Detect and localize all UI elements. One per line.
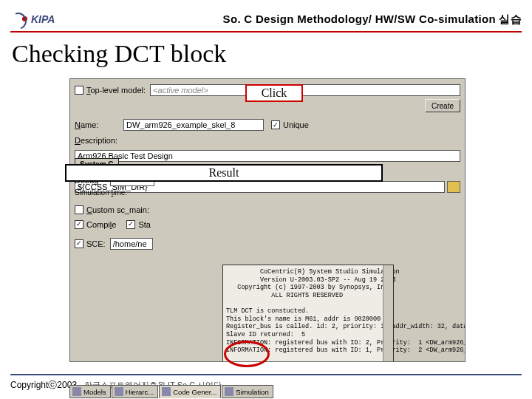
header-title: So. C Design Methodology/ HW/SW Co-simul… [55,13,522,27]
models-icon [72,387,81,396]
desc-label: Description: [75,136,119,145]
tab-codegen[interactable]: Code Gener... [159,385,221,398]
footer-divider [10,374,522,375]
highlight-ellipse [224,341,270,367]
vertical-scrollbar[interactable] [383,265,393,362]
sce-label: SCE: [86,239,106,248]
simulation-icon [225,387,233,396]
sce-checkbox[interactable] [75,239,83,248]
custom-checkbox[interactable] [75,205,83,214]
name-label: Name: [75,120,119,129]
unique-checkbox[interactable] [271,120,280,129]
toplevel-label: Top-level model: [86,86,146,95]
unique-label: Unique [283,120,309,129]
app-tabbar: Models Hierarc... Code Gener... Simulati… [69,385,274,398]
compile-checkbox[interactable] [75,220,83,229]
sce-field[interactable]: /home/ne [110,238,153,250]
page-title: Checking DCT block [12,40,226,68]
click-callout: Click [245,84,303,102]
tab-simulation[interactable]: Simulation [222,385,273,398]
logo-text: KIPA [31,13,55,25]
compile-label: Compile [86,220,116,229]
tab-hierarchy[interactable]: Hierarc... [112,385,159,398]
app-window: Top-level model: <active model> Create N… [69,78,466,362]
simtime-label: Simulation time: [75,188,138,197]
name-field[interactable]: DW_arm926_example_skel_8 [123,119,264,131]
tab-models[interactable]: Models [69,385,111,398]
result-callout: Result [65,164,383,182]
toplevel-field[interactable]: <active model> [150,84,460,96]
codegen-icon [162,387,171,396]
sta-label: Sta [138,220,151,229]
custom-label: Custom sc_main: [86,205,149,214]
hierarchy-icon [115,387,123,396]
create-button[interactable]: Create [425,99,460,112]
kipa-logo: KIPA [10,11,55,27]
copyright: Copyrightⓒ2003 [10,379,77,392]
toplevel-checkbox[interactable] [75,86,83,95]
sta-checkbox[interactable] [126,220,135,229]
